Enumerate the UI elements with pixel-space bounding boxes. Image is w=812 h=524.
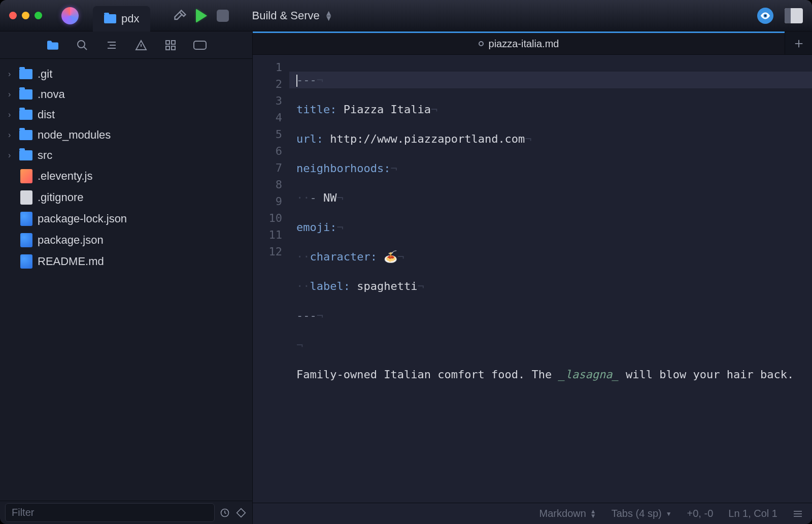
scheme-label: Build & Serve [252,9,319,22]
zoom-window-button[interactable] [35,12,42,19]
tree-file[interactable]: .eleventy.js [0,166,252,187]
cursor-position[interactable]: Ln 1, Col 1 [728,508,777,519]
plus-icon: ＋ [792,34,806,53]
tree-file[interactable]: README.md [0,251,252,272]
search-tab-button[interactable] [75,38,90,53]
yaml-key: label [310,280,344,292]
file-tree[interactable]: ›.git ›.nova ›dist ›node_modules ›src .e… [0,59,252,501]
folder-name: node_modules [38,128,111,142]
statusbar: Markdown ▲▼ Tabs (4 sp) ▼ +0, -0 Ln 1, C… [253,503,812,524]
document-tab[interactable]: piazza-italia.md [253,31,785,54]
folder-name: .nova [38,88,65,101]
close-window-button[interactable] [9,12,17,19]
filter-input[interactable]: Filter [5,503,215,522]
build-button[interactable] [173,8,188,23]
folder-icon [104,14,116,23]
yaml-value: Piazza Italia [344,103,431,116]
yaml-key: neighborhoods [296,162,384,175]
language-selector[interactable]: Markdown ▲▼ [539,508,596,519]
file-icon [20,190,32,205]
yaml-value: 🍝 [384,250,397,263]
editor-area: piazza-italia.md ＋ 123456789101112 ---¬ … [253,31,812,524]
indent-selector[interactable]: Tabs (4 sp) ▼ [612,508,672,519]
history-button[interactable] [219,508,231,518]
issues-tab-button[interactable] [133,38,149,53]
folder-icon [46,40,60,51]
diamond-icon [236,508,246,518]
file-name: README.md [38,255,104,268]
indent-label: Tabs (4 sp) [612,508,662,519]
chevron-right-icon: › [8,130,14,140]
svg-rect-5 [172,46,175,50]
tab-filename: piazza-italia.md [489,38,559,50]
body-emphasis: lasagna [565,368,613,381]
folder-name: .git [38,68,52,81]
chevron-right-icon: › [8,110,14,119]
diff-label: +0, -0 [687,508,714,519]
scheme-selector[interactable]: Build & Serve ▲▼ [252,9,332,22]
tree-file[interactable]: .gitignore [0,187,252,208]
yaml-key: character [310,250,370,263]
search-icon [76,39,88,51]
scm-button[interactable] [235,508,247,518]
titlebar: pdx Build & Serve ▲▼ [0,0,812,31]
svg-point-1 [78,41,85,48]
updown-chevron-icon: ▲▼ [325,11,333,20]
body-text: will blow your hair back. [619,368,794,381]
project-name: pdx [121,12,139,25]
yaml-key: emoji [296,221,330,234]
sidebar-more-button[interactable] [192,38,208,53]
folder-icon [19,89,32,100]
tree-file[interactable]: package-lock.json [0,208,252,230]
hammer-icon [173,9,187,23]
panel-toggle-button[interactable] [785,8,803,23]
svg-rect-4 [166,46,170,50]
project-tab[interactable]: pdx [93,6,150,31]
tabbar: piazza-italia.md ＋ [253,31,812,55]
stop-icon [217,10,229,22]
file-icon [20,233,32,247]
sidebar: ›.git ›.nova ›dist ›node_modules ›src .e… [0,31,253,524]
stop-button[interactable] [215,8,230,23]
lines-icon [793,510,803,517]
folder-icon [19,110,32,120]
window: pdx Build & Serve ▲▼ [0,0,812,524]
eye-icon [760,10,771,21]
unsaved-indicator-icon [479,41,484,46]
yaml-key: url [296,133,317,145]
tree-folder[interactable]: ›.git [0,64,252,84]
svg-rect-6 [194,41,206,49]
statusbar-menu-button[interactable] [793,510,803,517]
frontmatter-delim: --- [296,74,317,86]
file-name: .eleventy.js [38,170,92,183]
sidebar-bottom: Filter [0,501,252,524]
chevron-right-icon: › [8,70,14,79]
app-icon [61,7,79,24]
files-tab-button[interactable] [45,38,60,53]
file-icon [20,169,32,183]
tree-file[interactable]: package.json [0,230,252,251]
gutter: 123456789101112 [253,55,289,503]
chevron-right-icon: › [8,90,14,99]
folder-name: src [38,149,52,162]
editor-body[interactable]: 123456789101112 ---¬ title: Piazza Itali… [253,55,812,503]
frontmatter-delim: --- [296,309,317,322]
tree-folder[interactable]: ›src [0,145,252,166]
symbols-tab-button[interactable] [104,38,119,53]
tree-folder[interactable]: ›dist [0,105,252,125]
updown-chevron-icon: ▲▼ [590,509,596,518]
run-button[interactable] [194,8,209,23]
clips-tab-button[interactable] [163,38,178,53]
code-content[interactable]: ---¬ title: Piazza Italia¬ url: http://w… [289,55,812,503]
rectangle-icon [193,40,207,50]
tree-folder[interactable]: ›node_modules [0,125,252,145]
preview-button[interactable] [757,8,773,24]
position-label: Ln 1, Col 1 [728,508,777,519]
new-tab-button[interactable]: ＋ [785,31,812,54]
svg-rect-3 [172,41,175,44]
file-name: package-lock.json [38,212,127,225]
minimize-window-button[interactable] [22,12,29,19]
yaml-value: spaghetti [357,280,417,292]
list-icon [106,39,118,51]
tree-folder[interactable]: ›.nova [0,84,252,105]
